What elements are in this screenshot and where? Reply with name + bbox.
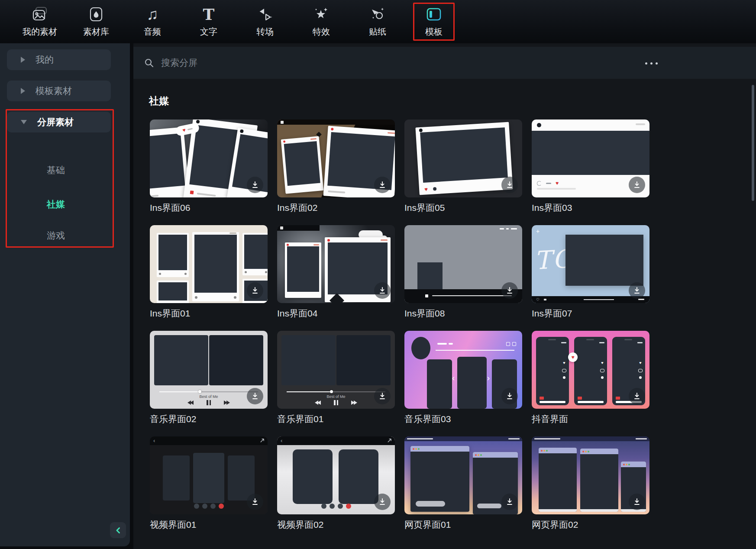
red-dot <box>283 140 285 142</box>
polaroid-frame <box>281 136 324 194</box>
top-toolbar: 我的素材 素材库 ♫ 音频 T 文字 转场 特效 <box>0 0 756 43</box>
status-dashes <box>636 438 647 439</box>
traffic-light-green <box>546 450 548 452</box>
template-card[interactable]: ‹ › 音乐界面03 <box>404 331 522 424</box>
progress-knob <box>330 390 333 393</box>
template-card[interactable]: Ins界面08 <box>404 225 522 319</box>
avatar <box>411 337 430 359</box>
record-dot <box>346 504 351 509</box>
sidebar-item-games[interactable]: 游戏 <box>47 230 65 241</box>
input-pill <box>416 501 445 507</box>
traffic-light-red <box>413 448 414 450</box>
download-button[interactable] <box>501 494 518 510</box>
nav-item-audio[interactable]: ♫ 音频 <box>132 3 173 41</box>
template-card[interactable]: Best of Me 音乐界面02 <box>150 331 268 424</box>
main-content: 社媒 ♥ Ins界面06 Ins界面02 ♥ Ins界面05 <box>133 43 756 549</box>
window-titlebar <box>580 449 618 454</box>
template-card[interactable]: ♥ ♥ ♥ ♥ 抖音界面 <box>532 331 649 424</box>
carousel-prev-icon: ‹ <box>452 374 455 382</box>
download-button[interactable] <box>501 177 518 193</box>
scrollbar-thumb[interactable] <box>752 85 754 201</box>
download-button[interactable] <box>374 282 391 299</box>
nav-item-transition[interactable]: 转场 <box>244 3 286 41</box>
back-icon: ‹ <box>281 437 282 444</box>
download-button[interactable] <box>629 494 645 510</box>
section-title: 社媒 <box>149 94 169 108</box>
pause-icon <box>207 400 211 405</box>
more-options-button[interactable] <box>643 59 660 68</box>
camera-notch <box>624 339 632 340</box>
download-button[interactable] <box>247 177 263 193</box>
template-card[interactable]: 网页界面02 <box>532 436 649 530</box>
nav-label: 素材库 <box>83 26 109 38</box>
template-card[interactable]: Ins界面02 <box>277 119 395 213</box>
search-icon <box>144 58 154 68</box>
control-dot <box>194 504 199 509</box>
search-input[interactable] <box>160 57 552 68</box>
nav-item-sticker[interactable]: 贴纸 <box>357 3 398 41</box>
download-button[interactable] <box>374 177 391 193</box>
template-card[interactable]: ♥ Ins界面03 <box>532 119 649 213</box>
template-card-label: 音乐界面02 <box>150 414 268 424</box>
sidebar-collapse-button[interactable] <box>110 522 126 538</box>
download-button[interactable] <box>374 388 391 404</box>
video-panel <box>228 455 255 501</box>
sidebar-group-template-assets[interactable]: 模板素材 <box>7 81 111 101</box>
traffic-light-red <box>475 454 477 456</box>
download-button[interactable] <box>247 388 263 404</box>
traffic-light-green <box>418 448 420 450</box>
sidebar-item-basic[interactable]: 基础 <box>47 165 65 176</box>
nav-item-templates[interactable]: 模板 <box>413 3 455 41</box>
video-panel <box>293 449 333 504</box>
template-card[interactable]: ‹ 视频界面01 <box>150 436 268 530</box>
download-button[interactable] <box>247 494 263 510</box>
control-dot <box>202 504 207 509</box>
template-card[interactable]: ♥ Ins界面05 <box>404 119 522 213</box>
nav-item-text[interactable]: T 文字 <box>188 3 229 41</box>
photo-area <box>150 133 185 189</box>
comment-icon <box>600 369 604 372</box>
template-card-label: 抖音界面 <box>532 414 649 424</box>
heart-icon: ♥ <box>182 127 186 133</box>
template-card[interactable]: ♥ Ins界面06 <box>150 119 268 213</box>
download-button[interactable] <box>629 177 645 193</box>
template-card[interactable]: ‹ 视频界面02 <box>277 436 395 530</box>
control-dot <box>330 504 335 509</box>
polaroid-frame: ♥ <box>415 122 513 195</box>
template-card[interactable]: TODAY + ♡ Ins界面07 <box>532 225 649 319</box>
polaroid-frame <box>157 233 189 277</box>
traffic-light-yellow <box>626 464 627 465</box>
status-dash <box>561 342 566 343</box>
template-card-label: Ins界面02 <box>277 203 395 213</box>
template-card[interactable]: Ins界面04 <box>277 225 395 319</box>
nav-item-my-media[interactable]: 我的素材 <box>19 3 61 41</box>
share-icon <box>387 438 392 443</box>
photo-area <box>284 141 320 186</box>
nav-item-effects[interactable]: 特效 <box>300 3 342 41</box>
sidebar-group-splitscreen-assets[interactable]: 分屏素材 <box>7 112 111 132</box>
template-thumbnail: Best of Me <box>150 331 268 409</box>
download-button[interactable] <box>374 494 391 510</box>
sidebar-item-social-media[interactable]: 社媒 <box>47 199 65 210</box>
download-button[interactable] <box>247 282 263 299</box>
template-card[interactable]: Best of Me 音乐界面01 <box>277 331 395 424</box>
download-icon <box>505 286 514 295</box>
template-card[interactable]: Ins界面01 <box>150 225 268 319</box>
avatar-dot <box>419 129 423 132</box>
transition-icon <box>256 6 274 23</box>
search-underline <box>436 350 514 351</box>
bottom-bar <box>540 401 565 403</box>
download-button[interactable] <box>501 282 518 299</box>
template-card-label: Ins界面06 <box>150 203 268 213</box>
template-card[interactable]: 网页界面01 <box>404 436 522 530</box>
download-button[interactable] <box>629 282 645 299</box>
template-thumbnail: ♥ <box>404 119 522 197</box>
sidebar-group-mine[interactable]: 我的 <box>7 49 111 70</box>
photo-area <box>194 235 237 293</box>
traffic-light-red <box>582 451 584 452</box>
download-button[interactable] <box>501 388 518 404</box>
download-button[interactable] <box>629 388 645 404</box>
reaction-column: ♥ <box>600 361 604 379</box>
effects-icon <box>313 6 330 23</box>
nav-item-stock-library[interactable]: 素材库 <box>75 3 117 41</box>
